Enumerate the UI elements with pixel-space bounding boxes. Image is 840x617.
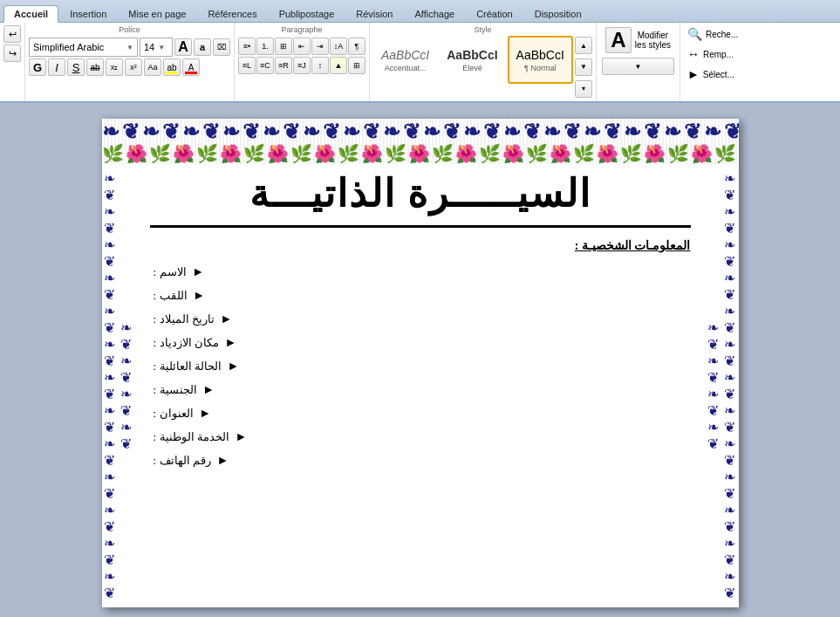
style-accentuat-sample: AaBbCcI [381, 48, 429, 62]
info-row: ► العنوان : [150, 407, 691, 421]
ribbon-tab-création[interactable]: Création [466, 5, 523, 23]
field-label: رقم الهاتف [160, 454, 211, 468]
change-case-button[interactable]: Aa [144, 58, 161, 76]
remplacer-button[interactable]: ↔ Remp... [684, 45, 741, 63]
underline-button[interactable]: S [67, 58, 85, 76]
style-normal-label: ¶ Normal [524, 64, 556, 72]
decrease-indent-button[interactable]: ⇤ [293, 38, 311, 55]
field-colon: : [154, 430, 157, 444]
justify-button[interactable]: ≡J [293, 57, 311, 74]
align-left-button[interactable]: ≡L [238, 57, 256, 74]
section-header: المعلومـات الشخصيـة : [150, 238, 691, 253]
field-label: الجنسية [160, 383, 197, 397]
modifier-dropdown-button[interactable]: ▼ [602, 58, 674, 75]
ribbon-section-label-para: Paragraphe [238, 25, 365, 34]
field-colon: : [154, 265, 157, 279]
search-section: 🔍 Reche... ↔ Remp... ► Sélect... [680, 23, 745, 101]
shading-button[interactable]: ▲ [330, 57, 347, 74]
style-scroll-arrows: ▲ ▼ ▾ [575, 36, 592, 99]
style-accentuat-label: Accentuat... [385, 64, 427, 72]
ribbon-tab-mise-en-page[interactable]: Mise en page [118, 5, 196, 23]
ribbon-body: ↩ ↪ Police Simplified Arabic ▼ 14 ▼ A a … [0, 23, 840, 103]
font-grow-button[interactable]: A [174, 38, 192, 56]
align-center-button[interactable]: ≡C [256, 57, 274, 74]
italic-button[interactable]: I [48, 58, 65, 76]
ribbon-tab-insertion[interactable]: Insertion [59, 5, 117, 23]
border-decoration-left: ❧❦❧❦❧❦❧❦❧❦❧❦❧❦❧❦❧❦❧❦❧❦❧❦❧❦❧❦❧❦❧❦❧❦ [102, 164, 146, 607]
field-label: تاريخ الميلاد [160, 312, 215, 326]
font-name-dropdown[interactable]: Simplified Arabic ▼ [29, 38, 138, 57]
show-marks-button[interactable]: ¶ [348, 38, 365, 55]
highlight-color-button[interactable]: ab [163, 58, 181, 76]
style-normal-button[interactable]: AaBbCcI ¶ Normal [508, 36, 573, 84]
borders-button[interactable]: ⊞ [348, 57, 365, 74]
font-size-dropdown[interactable]: 14 ▼ [140, 38, 173, 57]
info-row: ► تاريخ الميلاد : [150, 312, 691, 326]
increase-indent-button[interactable]: ⇥ [311, 38, 329, 55]
arrow-bullet: ► [199, 407, 211, 421]
multilevel-button[interactable]: ⊞ [275, 38, 292, 55]
ribbon-tab-accueil[interactable]: Accueil [3, 5, 58, 23]
style-down-button[interactable]: ▼ [575, 58, 592, 76]
title-separator [150, 225, 691, 228]
ribbon-tab-révision[interactable]: Révision [345, 5, 403, 23]
font-section: Police Simplified Arabic ▼ 14 ▼ A a ⌧ G … [25, 23, 235, 101]
rechercher-label: Reche... [706, 30, 738, 39]
ribbon-tab-références[interactable]: Références [197, 5, 267, 23]
field-label: العنوان [160, 407, 194, 421]
bullets-button[interactable]: ≡• [238, 38, 256, 55]
numbering-button[interactable]: 1. [256, 38, 274, 55]
ribbon-section-label-font: Police [29, 25, 230, 34]
clear-format-button[interactable]: ⌧ [213, 38, 230, 56]
highlight-icon: ab [167, 63, 176, 72]
remplacer-label: Remp... [703, 50, 734, 59]
font-color-bar [185, 72, 197, 74]
arrow-bullet: ► [220, 312, 232, 326]
line-spacing-button[interactable]: ↕ [311, 57, 329, 74]
info-row: ► الحالة العائلية : [150, 360, 691, 374]
ribbon-tab-disposition[interactable]: Disposition [524, 5, 592, 23]
paragraph-section: Paragraphe ≡• 1. ⊞ ⇤ ⇥ ↕A ¶ ≡L ≡C ≡R ≡J … [235, 23, 370, 101]
font-color-button[interactable]: A [182, 58, 200, 76]
color-bar [166, 72, 178, 74]
font-color-icon: A [188, 63, 195, 72]
page-content: السيـــــرة الذاتيـــة المعلومـات الشخصي… [150, 171, 691, 468]
style-section: Style AaBbCcI Accentuat... AaBbCcI Élevé… [370, 23, 597, 101]
undo-button[interactable]: ↩ [3, 25, 21, 43]
document-title: السيـــــرة الذاتيـــة [150, 171, 691, 216]
page: ❧❦❧❦❧❦❧❦❧❦❧❦❧❦❧❦❧❦❧❦❧❦❧❦❧❦❧❦❧❦❧❦❧❦❧❦❧❦❧❦… [102, 119, 739, 607]
search-icon: 🔍 [687, 27, 702, 41]
select-icon: ► [687, 67, 700, 81]
modifier-styles-button[interactable]: A Modifierles styles [602, 25, 674, 55]
info-row: ► الجنسية : [150, 383, 691, 397]
rechercher-button[interactable]: 🔍 Reche... [684, 25, 741, 43]
ribbon-tab-publipostage[interactable]: Publipostage [269, 5, 345, 23]
style-eleve-sample: AaBbCcI [447, 48, 497, 62]
field-colon: : [154, 289, 157, 303]
info-row: ► مكان الازدياد : [150, 336, 691, 350]
style-more-button[interactable]: ▾ [575, 80, 592, 98]
style-eleve-label: Élevé [462, 64, 482, 72]
field-label: اللقب [160, 289, 188, 303]
bold-button[interactable]: G [29, 58, 46, 76]
strikethrough-button[interactable]: ab [86, 58, 104, 76]
arrow-bullet: ► [216, 454, 229, 468]
subscript-button[interactable]: x₂ [106, 58, 123, 76]
font-shrink-button[interactable]: a [194, 38, 211, 56]
field-colon: : [154, 407, 157, 421]
sort-button[interactable]: ↕A [330, 38, 347, 55]
selectionner-button[interactable]: ► Sélect... [684, 65, 741, 83]
style-eleve-button[interactable]: AaBbCcI Élevé [439, 36, 505, 84]
replace-icon: ↔ [687, 47, 700, 61]
style-accentuat-button[interactable]: AaBbCcI Accentuat... [373, 36, 437, 84]
info-row: ► رقم الهاتف : [150, 454, 691, 468]
superscript-button[interactable]: x² [125, 58, 142, 76]
arrow-bullet: ► [227, 360, 239, 374]
align-right-button[interactable]: ≡R [275, 57, 292, 74]
style-up-button[interactable]: ▲ [575, 37, 592, 54]
border-decoration-top: ❧❦❧❦❧❦❧❦❧❦❧❦❧❦❧❦❧❦❧❦❧❦❧❦❧❦❧❦❧❦❧❦❧❦❧❦❧❦❧❦… [102, 119, 739, 164]
modifier-label: Modifierles styles [635, 31, 671, 50]
ribbon-tab-affichage[interactable]: Affichage [404, 5, 465, 23]
redo-button[interactable]: ↪ [3, 45, 21, 62]
ribbon-tabs: AccueilInsertionMise en pageRéférencesPu… [3, 5, 592, 22]
